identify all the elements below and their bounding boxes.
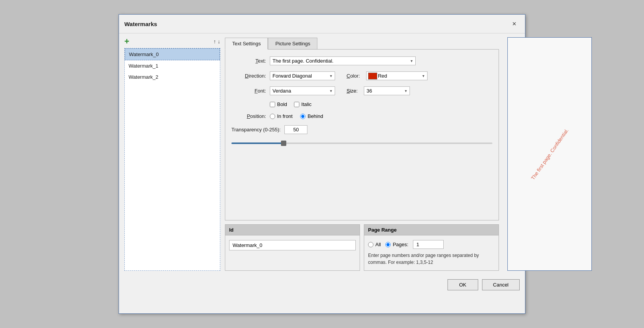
dialog-body: + ↑ ↓ Watermark_0 Watermark_1 Watermark_…	[119, 33, 525, 275]
slider-thumb[interactable]	[281, 141, 286, 146]
transparency-row: Transparency (0-255):	[231, 125, 492, 134]
id-panel-body	[225, 235, 360, 255]
behind-radio-label[interactable]: Behind	[300, 113, 323, 119]
cancel-button[interactable]: Cancel	[482, 279, 520, 290]
page-range-panel: Page Range All Pages:	[364, 224, 499, 271]
bold-checkbox[interactable]	[270, 102, 275, 107]
size-select-wrapper: 8 10 12 14 18 24 36 48 72	[364, 86, 410, 95]
italic-checkbox[interactable]	[294, 102, 299, 107]
tab-text-settings[interactable]: Text Settings	[225, 38, 268, 50]
size-label: Size:	[347, 88, 358, 94]
all-pages-radio[interactable]	[368, 242, 373, 247]
transparency-input[interactable]	[284, 125, 307, 134]
all-label: All	[375, 242, 381, 247]
color-label: Color:	[347, 73, 360, 79]
text-settings-panel: Text: The first page. Confidential.	[225, 49, 499, 220]
in-front-radio-label[interactable]: In front	[270, 113, 292, 119]
id-panel: Id	[225, 224, 360, 271]
slider-container	[231, 138, 492, 146]
text-select-wrapper: The first page. Confidential.	[270, 56, 416, 65]
transparency-slider[interactable]	[231, 142, 492, 144]
watermark-item-2[interactable]: Watermark_2	[125, 71, 220, 83]
position-row: Position: In front Behind	[231, 113, 492, 119]
watermarks-dialog: Watermarks × + ↑ ↓ Watermark_0 Watermark…	[119, 14, 525, 314]
color-select[interactable]: Red Blue Green Black	[366, 71, 428, 80]
text-select[interactable]: The first page. Confidential.	[270, 56, 416, 65]
watermark-list: Watermark_0 Watermark_1 Watermark_2	[124, 48, 220, 271]
bold-checkbox-label[interactable]: Bold	[270, 101, 287, 107]
font-select[interactable]: Verdana Arial Times New Roman Courier Ne…	[270, 86, 335, 95]
direction-label: Direction:	[231, 73, 266, 79]
in-front-radio[interactable]	[270, 114, 275, 119]
bold-label: Bold	[277, 101, 287, 107]
italic-checkbox-label[interactable]: Italic	[294, 101, 312, 107]
pages-radio[interactable]	[385, 242, 391, 247]
arrow-buttons: ↑ ↓	[213, 38, 220, 45]
all-radio-label[interactable]: All	[368, 242, 381, 247]
position-label: Position:	[231, 113, 266, 119]
id-header: Id	[225, 225, 360, 235]
size-select[interactable]: 8 10 12 14 18 24 36 48 72	[364, 86, 410, 95]
transparency-label: Transparency (0-255):	[231, 127, 281, 133]
tabs-and-settings: Text Settings Picture Settings Text:	[225, 37, 592, 271]
font-label: Font:	[231, 88, 266, 94]
main-area: Text Settings Picture Settings Text:	[225, 37, 592, 271]
pages-label: Pages:	[393, 242, 408, 247]
color-select-wrapper: Red Blue Green Black	[366, 71, 428, 80]
font-select-wrapper: Verdana Arial Times New Roman Courier Ne…	[270, 86, 335, 95]
behind-radio[interactable]	[300, 114, 305, 119]
font-size-row: Font: Verdana Arial Times New Roman Cour…	[231, 86, 492, 95]
text-row: Text: The first page. Confidential.	[231, 56, 492, 65]
page-range-hint: Enter page numbers and/or page ranges se…	[368, 252, 495, 266]
title-bar: Watermarks ×	[119, 15, 525, 33]
tabs: Text Settings Picture Settings	[225, 37, 499, 49]
position-radios: In front Behind	[270, 113, 323, 119]
direction-select-wrapper: Forward Diagonal Horizontal Vertical Bac…	[270, 71, 335, 80]
watermark-item-1[interactable]: Watermark_1	[125, 60, 220, 71]
toolbar: + ↑ ↓	[124, 37, 220, 46]
pages-input[interactable]	[413, 240, 444, 249]
dialog-title: Watermarks	[124, 21, 157, 27]
move-down-button[interactable]: ↓	[218, 38, 220, 45]
page-range-row: All Pages:	[368, 240, 495, 249]
move-up-button[interactable]: ↑	[213, 38, 216, 45]
preview-text: The first page. Confidential.	[530, 128, 569, 181]
add-watermark-button[interactable]: +	[124, 37, 129, 46]
italic-label: Italic	[301, 101, 312, 107]
bottom-section: Id Page Range All	[225, 224, 499, 271]
direction-select[interactable]: Forward Diagonal Horizontal Vertical Bac…	[270, 71, 335, 80]
direction-color-row: Direction: Forward Diagonal Horizontal V…	[231, 71, 492, 80]
settings-column: Text Settings Picture Settings Text:	[225, 37, 499, 271]
footer: OK Cancel	[119, 275, 525, 296]
watermark-item-0[interactable]: Watermark_0	[125, 48, 220, 60]
pages-radio-label[interactable]: Pages:	[385, 242, 408, 247]
in-front-label: In front	[277, 113, 292, 119]
close-button[interactable]: ×	[509, 18, 520, 29]
text-label: Text:	[231, 58, 266, 64]
page-range-header: Page Range	[364, 225, 499, 235]
page-range-body: All Pages: Enter page numbers and/or pag…	[364, 235, 499, 270]
ok-button[interactable]: OK	[447, 279, 478, 290]
tab-picture-settings[interactable]: Picture Settings	[268, 38, 317, 50]
left-panel: + ↑ ↓ Watermark_0 Watermark_1 Watermark_…	[124, 37, 220, 271]
bold-italic-row: Bold Italic	[270, 101, 492, 107]
behind-label: Behind	[307, 113, 323, 119]
preview-panel: The first page. Confidential.	[507, 37, 592, 271]
id-input[interactable]	[229, 240, 356, 250]
